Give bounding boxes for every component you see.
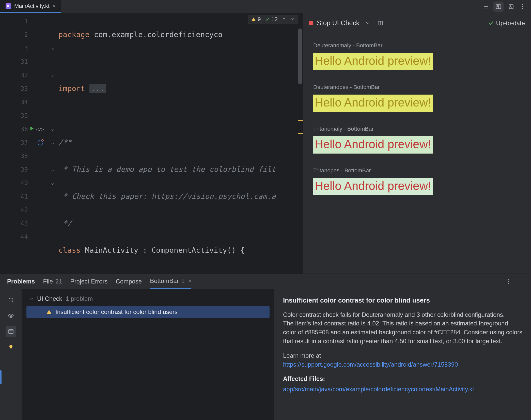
refresh-button[interactable] <box>6 295 16 305</box>
fold-toggle[interactable] <box>50 46 55 51</box>
close-icon[interactable]: × <box>53 3 56 9</box>
view-split-button[interactable] <box>493 2 504 12</box>
problem-detail-title: Insufficient color contrast for color bl… <box>283 296 522 305</box>
problem-item-selected[interactable]: Insufficient color contrast for color bl… <box>26 306 270 318</box>
preview-toolbar: Stop UI Check Up-to-date <box>303 13 531 33</box>
tool-window-accent <box>0 370 2 384</box>
problems-group[interactable]: UI Check 1 problem <box>26 293 270 304</box>
stop-ui-check-button[interactable]: Stop UI Check <box>317 19 360 27</box>
editor-view-switcher <box>481 0 531 13</box>
svg-point-11 <box>10 315 12 317</box>
preview-item[interactable]: Deuteranomaly - BottomBarHello Android p… <box>313 42 521 70</box>
preview-render: Hello Android preview! <box>313 53 433 70</box>
fold-toggle[interactable] <box>50 127 55 131</box>
problems-tree[interactable]: UI Check 1 problem Insufficient color co… <box>22 289 274 420</box>
preview-item-title: Tritanopes - BottomBar <box>313 167 521 174</box>
file-tab-mainactivity[interactable]: MainActivity.kt × <box>0 0 61 13</box>
preview-item-title: Deuteranopes - BottomBar <box>313 84 521 91</box>
preview-render: Hello Android preview! <box>313 178 433 195</box>
preview-render: Hello Android preview! <box>313 136 433 154</box>
problems-panel: Problems File 21 Project Errors Compose … <box>0 274 531 420</box>
preview-body[interactable]: Deuteranomaly - BottomBarHello Android p… <box>303 33 531 274</box>
view-design-only-button[interactable] <box>506 2 516 12</box>
code-lens-icon[interactable]: </> <box>36 126 44 132</box>
learn-more-label: Learn more at <box>283 352 321 359</box>
learn-more-link[interactable]: https://support.google.com/accessibility… <box>283 361 458 368</box>
quick-fix-button[interactable] <box>6 342 16 353</box>
affected-file-link[interactable]: app/src/main/java/com/example/colordefic… <box>283 386 474 393</box>
editor-tab-bar: MainActivity.kt × <box>0 0 531 13</box>
toggle-watch-button[interactable] <box>6 310 16 321</box>
preview-item[interactable]: Deuteranopes - BottomBarHello Android pr… <box>313 84 521 112</box>
preview-item[interactable]: Tritanomaly - BottomBarHello Android pre… <box>313 126 521 154</box>
close-icon[interactable]: × <box>188 278 191 284</box>
preview-item-title: Deuteranomaly - BottomBar <box>313 42 521 49</box>
svg-rect-12 <box>9 329 13 334</box>
problem-detail-text: The item's text contrast ratio is 4.02. … <box>283 320 522 344</box>
stop-icon <box>309 21 313 25</box>
preview-status: Up-to-date <box>488 20 525 27</box>
fold-toggle[interactable] <box>50 167 55 172</box>
problem-detail: Insufficient color contrast for color bl… <box>274 289 531 420</box>
warning-marker[interactable] <box>298 133 303 134</box>
run-gutter-icon[interactable] <box>29 126 35 133</box>
fold-toggle[interactable] <box>50 73 55 78</box>
preview-render: Hello Android preview! <box>313 95 433 112</box>
toggle-details-button[interactable] <box>6 326 16 337</box>
preview-layout-button[interactable] <box>376 19 385 28</box>
compose-preview-panel: Stop UI Check Up-to-date Deuteranomaly -… <box>303 13 531 274</box>
svg-rect-15 <box>10 349 12 349</box>
fold-toggle[interactable] <box>50 140 55 145</box>
view-code-only-button[interactable] <box>481 2 491 12</box>
editor-gutter: 1 2 3 31 32 33 34 35 36 </> 37 <box>0 13 58 274</box>
problems-sidebar <box>0 289 22 420</box>
tab-file[interactable]: File 21 <box>43 274 62 289</box>
kotlin-file-icon <box>6 3 11 9</box>
override-gutter-icon[interactable] <box>38 140 43 145</box>
fold-toggle[interactable] <box>50 181 55 185</box>
code-area[interactable]: package com.example.colordeficiencyco im… <box>58 13 303 274</box>
preview-item-title: Tritanomaly - BottomBar <box>313 126 521 132</box>
preview-item[interactable]: Tritanopes - BottomBarHello Android prev… <box>313 167 521 195</box>
affected-files-label: Affected Files: <box>283 374 522 383</box>
problems-title: Problems <box>7 274 35 289</box>
file-tab-label: MainActivity.kt <box>14 3 50 9</box>
minimize-panel-button[interactable]: — <box>517 277 524 286</box>
more-options-button[interactable] <box>519 2 526 12</box>
preview-dropdown-button[interactable] <box>363 19 372 28</box>
warning-marker[interactable] <box>298 120 303 121</box>
tab-project-errors[interactable]: Project Errors <box>70 274 108 289</box>
problems-tab-bar: Problems File 21 Project Errors Compose … <box>0 274 531 289</box>
code-editor[interactable]: 9 12 1 2 3 31 32 33 <box>0 13 303 274</box>
tab-bottombar[interactable]: BottomBar 1 × <box>150 274 191 289</box>
tab-compose[interactable]: Compose <box>116 274 142 289</box>
problems-more-button[interactable] <box>505 276 512 287</box>
problem-detail-text: Color contrast check fails for Deuterano… <box>283 311 505 318</box>
